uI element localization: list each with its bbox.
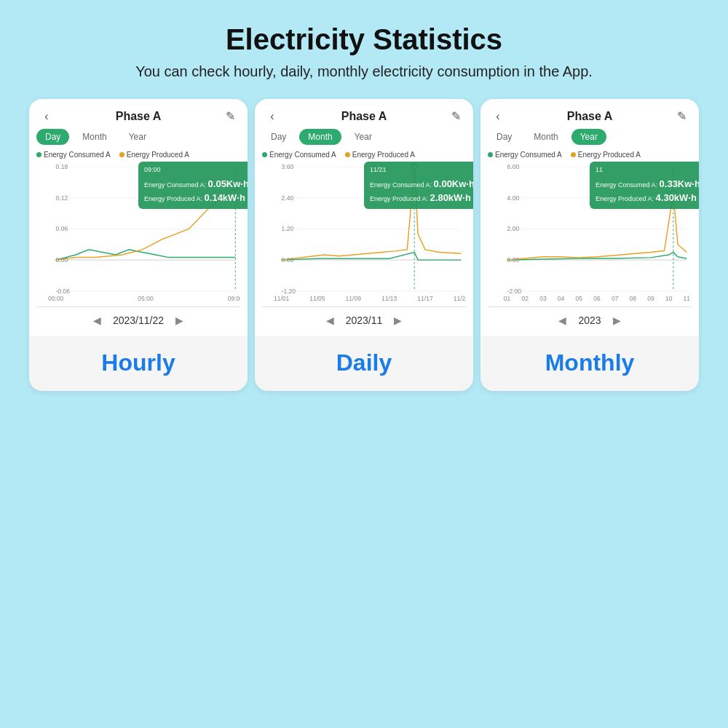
svg-text:6.00: 6.00 [507, 163, 520, 170]
phone-body: DayMonthYear Energy Consumed A Energy Pr… [29, 129, 248, 336]
svg-text:06: 06 [593, 295, 601, 302]
svg-text:00:00: 00:00 [48, 295, 64, 302]
tab-day-hourly[interactable]: Day [36, 129, 69, 145]
svg-text:0.18: 0.18 [56, 163, 68, 170]
phone-header: ‹ Phase A ✎ [29, 99, 248, 129]
svg-text:11/01: 11/01 [274, 295, 290, 302]
view-label: Monthly [480, 336, 699, 379]
tab-row: DayMonthYear [36, 129, 240, 145]
svg-text:10: 10 [665, 295, 673, 302]
phone-header: ‹ Phase A ✎ [480, 99, 699, 129]
view-label: Daily [255, 336, 473, 379]
svg-text:2.40: 2.40 [282, 194, 294, 202]
back-icon[interactable]: ‹ [265, 110, 280, 123]
legend-item: Energy Produced A [345, 151, 415, 159]
svg-text:11/05: 11/05 [309, 295, 325, 302]
nav-next-icon[interactable]: ▶ [613, 314, 621, 326]
svg-text:-0.06: -0.06 [56, 288, 71, 295]
legend-item: Energy Consumed A [262, 151, 336, 159]
svg-point-58 [670, 190, 676, 196]
nav-next-icon[interactable]: ▶ [175, 314, 183, 326]
phone-card-hourly: ‹ Phase A ✎ DayMonthYear Energy Consumed… [29, 99, 248, 391]
tab-month-daily[interactable]: Month [299, 129, 341, 145]
nav-prev-icon[interactable]: ◀ [558, 314, 566, 326]
tab-month-hourly[interactable]: Month [74, 129, 115, 145]
svg-text:-2.00: -2.00 [507, 288, 522, 295]
nav-date: 2023/11/22 [113, 314, 164, 326]
svg-text:03: 03 [539, 295, 547, 302]
chart-area: 0.180.120.060.00-0.06 00:0005:0009:00 09… [36, 162, 240, 307]
svg-text:0.00: 0.00 [507, 256, 520, 264]
edit-icon[interactable]: ✎ [448, 109, 463, 123]
phone-title: Phase A [54, 110, 223, 123]
svg-text:0.00: 0.00 [56, 256, 68, 264]
svg-text:08: 08 [630, 295, 637, 302]
tab-year-monthly[interactable]: Year [571, 129, 606, 145]
svg-text:09: 09 [647, 295, 654, 302]
tab-day-monthly[interactable]: Day [488, 129, 521, 145]
nav-date: 2023 [578, 314, 601, 326]
svg-text:0.00: 0.00 [282, 256, 294, 264]
svg-point-34 [411, 164, 417, 170]
tab-day-daily[interactable]: Day [262, 129, 295, 145]
legend-item: Energy Consumed A [36, 151, 111, 159]
svg-text:04: 04 [558, 295, 565, 302]
svg-text:2.00: 2.00 [507, 225, 520, 232]
phone-body: DayMonthYear Energy Consumed A Energy Pr… [480, 129, 699, 336]
svg-text:02: 02 [522, 295, 529, 302]
tab-year-hourly[interactable]: Year [120, 129, 155, 145]
nav-next-icon[interactable]: ▶ [394, 314, 402, 326]
nav-prev-icon[interactable]: ◀ [326, 314, 334, 326]
view-label: Hourly [29, 336, 248, 379]
tab-row: DayMonthYear [488, 129, 692, 145]
edit-icon[interactable]: ✎ [674, 109, 689, 123]
nav-row: ◀ 2023/11/22 ▶ [36, 307, 240, 329]
nav-date: 2023/11 [346, 314, 383, 326]
legend-item: Energy Consumed A [488, 151, 562, 159]
svg-text:05:00: 05:00 [138, 295, 154, 302]
nav-prev-icon[interactable]: ◀ [93, 314, 101, 326]
svg-text:09:00: 09:00 [228, 295, 240, 302]
page-title: Electricity Statistics [15, 22, 713, 57]
legend-row: Energy Consumed A Energy Produced A [36, 151, 240, 159]
svg-text:11/17: 11/17 [417, 295, 433, 302]
legend-item: Energy Produced A [571, 151, 641, 159]
back-icon[interactable]: ‹ [491, 110, 505, 123]
svg-text:11/09: 11/09 [346, 295, 362, 302]
nav-row: ◀ 2023 ▶ [488, 307, 692, 329]
page-header: Electricity Statistics You can check hou… [15, 15, 713, 86]
edit-icon[interactable]: ✎ [223, 109, 237, 123]
svg-text:0.06: 0.06 [56, 225, 68, 232]
phone-header: ‹ Phase A ✎ [255, 99, 473, 129]
svg-text:11/22: 11/22 [454, 295, 466, 302]
chart-svg: 6.004.002.000.00-2.00 010203040506070809… [488, 162, 692, 306]
svg-text:0.12: 0.12 [56, 194, 68, 202]
tab-month-monthly[interactable]: Month [525, 129, 566, 145]
tab-year-daily[interactable]: Year [346, 129, 381, 145]
legend-item: Energy Produced A [119, 151, 189, 159]
phone-card-monthly: ‹ Phase A ✎ DayMonthYear Energy Consumed… [480, 99, 699, 391]
phone-card-daily: ‹ Phase A ✎ DayMonthYear Energy Consumed… [255, 99, 473, 391]
phone-title: Phase A [505, 110, 674, 123]
legend-row: Energy Consumed A Energy Produced A [488, 151, 692, 159]
tab-row: DayMonthYear [262, 129, 466, 145]
svg-text:11/13: 11/13 [381, 295, 397, 302]
chart-area: 3.602.401.200.00-1.20 11/0111/0511/0911/… [262, 162, 466, 307]
svg-text:11: 11 [684, 295, 691, 302]
phone-body: DayMonthYear Energy Consumed A Energy Pr… [255, 129, 473, 336]
chart-area: 6.004.002.000.00-2.00 010203040506070809… [488, 162, 692, 307]
phones-container: ‹ Phase A ✎ DayMonthYear Energy Consumed… [15, 99, 713, 391]
svg-text:05: 05 [576, 295, 583, 302]
back-icon[interactable]: ‹ [39, 110, 54, 123]
svg-text:1.20: 1.20 [282, 225, 294, 232]
svg-text:3.60: 3.60 [282, 163, 294, 170]
chart-svg: 3.602.401.200.00-1.20 11/0111/0511/0911/… [262, 162, 466, 306]
chart-svg: 0.180.120.060.00-0.06 00:0005:0009:00 [36, 162, 240, 306]
svg-text:4.00: 4.00 [507, 194, 520, 202]
page-subtitle: You can check hourly, daily, monthly ele… [15, 61, 713, 82]
phone-title: Phase A [280, 110, 448, 123]
svg-text:-1.20: -1.20 [282, 288, 296, 295]
svg-point-15 [233, 185, 239, 191]
svg-text:01: 01 [504, 295, 511, 302]
legend-row: Energy Consumed A Energy Produced A [262, 151, 466, 159]
